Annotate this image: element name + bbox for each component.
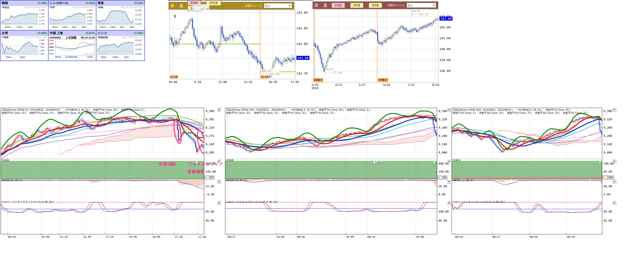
pane-expand-icon[interactable]: ◤ <box>613 160 616 163</box>
event-annotation: 失業保険 <box>159 161 176 167</box>
index-mini-chart: © Yahoo!1,7851,7801,7751,7701,765 <box>0 9 48 26</box>
event-annotation: 連銀指数 <box>188 169 205 174</box>
x-tick-label: 15:00 <box>87 56 92 58</box>
x-axis-label: 13:55 <box>244 80 252 84</box>
index-cell-body: sh000001上证指数08-19 15:0027022684266626492… <box>48 36 96 60</box>
x-axis-label: 7/23 <box>408 83 414 87</box>
x-axis-label: 3/252010 <box>312 83 318 90</box>
index-cell-header: 中国 上海+0.81% <box>48 30 96 36</box>
macd-tick-label: -4.50 <box>206 193 214 196</box>
stoch-tick-label: 45.00 <box>604 219 612 222</box>
price-tick-label: 9,380 <box>604 110 612 113</box>
index-cell-header: 韓国+1.00% <box>0 0 48 6</box>
x-axis-label: 5/27 <box>359 83 366 87</box>
volume-tick-label: 600.00 <box>438 162 449 165</box>
pane-expand-icon[interactable]: ◤ <box>613 180 616 184</box>
pane-expand-icon[interactable]: ◤ <box>217 201 221 205</box>
price-extreme-note: 04/07 L : 137.94 <box>325 68 342 74</box>
index-name: シンガポール <box>50 1 69 5</box>
pane-expand-icon[interactable]: ◤ <box>613 108 616 112</box>
y-tick-label: 2,930 <box>87 19 96 22</box>
tech-chart-5min: 失業保険フィラデルフィア連銀指数日経225mini 10/09( 5分, 201… <box>0 108 222 240</box>
volume-tick-label: 100.00 <box>604 162 614 165</box>
daily-chart-panel: 日 足 1日足2日足3日足 比較チャート なし▼ 143.00142.00141… <box>312 0 453 86</box>
x-tick-label: 12pm <box>62 26 68 28</box>
yahoo-watermark: © Yahoo! <box>98 22 108 25</box>
y-tick-label: 2,940 <box>87 16 96 18</box>
x-tick-label: 12pm <box>16 26 22 28</box>
macd-tick-label: 5.00 <box>604 193 610 196</box>
y-tick-label: 2,950 <box>87 12 96 15</box>
y-tick-label: 18,500 <box>135 39 144 41</box>
x-axis-row: 10am12pm2pm <box>0 26 48 29</box>
y-tick-label: 18,200 <box>135 53 144 55</box>
macd-tick-label: 21.50 <box>206 185 214 188</box>
y-tick-label: 2666 <box>49 46 54 48</box>
stoch-pane-label: スロー・ストキャスティクス( 14, 3, 80, 20 ) <box>2 200 54 204</box>
pane-expand-icon[interactable]: ◤ <box>448 201 451 205</box>
y-axis-label: 141.00 <box>440 36 450 40</box>
sina-mini-chart: sina.com <box>55 39 94 56</box>
pane-expand-icon[interactable]: ◤ <box>613 201 616 205</box>
sina-timestamp: 08-19 15:00 <box>81 36 95 39</box>
index-change: +1.08% <box>134 31 143 35</box>
y-tick-label: 1,770 <box>39 19 48 22</box>
index-subheader: ^KS11Aug 19 02:55pm KST <box>0 6 48 9</box>
trading-dashboard: 韓国+1.00%^KS11Aug 19 02:55pm KST© Yahoo!1… <box>0 0 644 255</box>
index-name: 香港 <box>98 1 104 5</box>
price-tick-label: 9,205 <box>206 151 214 154</box>
y-tick-label: 2684 <box>49 42 54 45</box>
stoch-pane-label: スロー・ストキャスティクス( 14, 3, 80, 20 ) <box>226 200 278 204</box>
x-tick-label: 2pm <box>124 56 129 58</box>
index-timestamp: Aug 19 01:26pm CST <box>24 36 47 39</box>
pane-expand-icon[interactable]: ◤ <box>217 160 221 163</box>
volume-multiplier: × 1000 <box>602 176 614 179</box>
y-axis-label: 142.00 <box>440 25 450 29</box>
contract-month-tag: 06限月 <box>313 78 324 82</box>
index-cell-singapore: シンガポール+0.94%^STIAug 19 04:59pm SGT© Yaho… <box>48 0 96 30</box>
daily-chart-body: 143.00142.00141.00140.00139.00138.00142.… <box>312 0 453 86</box>
price-tick-label: 9,240 <box>206 143 214 146</box>
x-axis-row: 09:3011:30/13:0015:00 <box>55 56 94 59</box>
y-tick-label: 1,785 <box>39 9 48 11</box>
price-tick-label: 9,140 <box>604 143 612 146</box>
price-tick-label: 9,260 <box>438 126 447 129</box>
macd-tick-label: 40.00 <box>604 185 612 188</box>
pane-expand-icon[interactable]: ◤ <box>448 108 451 112</box>
x-axis-row: 10am12pm2pm4pm <box>96 26 144 29</box>
x-axis-label: 18:40 <box>129 235 137 239</box>
x-tick-label: 10am <box>6 56 11 58</box>
yahoo-watermark: © Yahoo! <box>98 52 108 55</box>
y-tick-label: 2,920 <box>87 23 96 25</box>
stoch-tick-label: 45.00 <box>438 219 447 222</box>
pane-expand-icon[interactable]: ◤ <box>217 108 221 112</box>
index-change: +0.81% <box>85 31 95 35</box>
index-subheader: ^BSESNAug 19 03:29pm IST <box>96 36 144 39</box>
price-tick-label: 9,310 <box>206 126 214 129</box>
pane-expand-icon[interactable]: ◤ <box>448 180 451 184</box>
x-axis-label: 14:40 <box>83 235 91 239</box>
x-axis-label: 08/18 <box>297 235 305 239</box>
x-axis-row: 10am12pm2pm4pm <box>48 26 96 29</box>
stoch-tick-label: 95.00 <box>604 210 612 213</box>
pane-expand-icon[interactable]: ◤ <box>217 180 221 184</box>
x-tick-label: 10am <box>100 56 106 58</box>
x-tick-label: 4pm <box>130 26 134 28</box>
x-axis-row: 10am12pm <box>0 56 48 59</box>
x-axis-label: 21:20 <box>175 235 182 239</box>
index-mini-chart: © Yahoo!7,9607,9407,9207,9007,880 <box>0 39 48 56</box>
price-extreme-note: 08/18 H : 143.05 <box>412 9 428 16</box>
y-tick-label: 7,880 <box>39 53 48 55</box>
price-extreme-note: 17:55 H : 143.05 <box>192 4 209 11</box>
price-tick-label: 9,080 <box>604 151 612 154</box>
x-axis-label: 12:00 <box>218 80 227 84</box>
index-subheader: ^TWIIAug 19 01:26pm CST <box>0 36 48 39</box>
index-change: +0.94% <box>85 1 95 5</box>
volume-tick-label: 320.00 <box>206 162 216 165</box>
y-tick-label: 2,960 <box>87 9 96 11</box>
x-tick-label: 2pm <box>72 26 76 28</box>
index-mini-chart: © Yahoo!18,50018,40018,30018,200 <box>96 39 144 56</box>
pane-expand-icon[interactable]: ◤ <box>448 160 451 163</box>
price-tick-label: 9,380 <box>438 110 447 113</box>
volume-pane-label: 出来高 <box>226 159 234 162</box>
